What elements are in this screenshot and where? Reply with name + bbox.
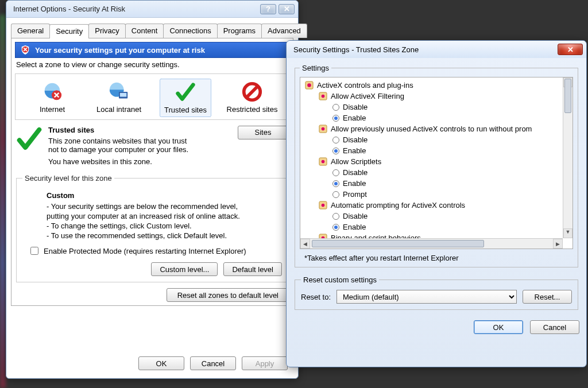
default-level-button[interactable]: Default level <box>223 262 282 276</box>
scroll-right-icon[interactable]: ▶ <box>553 239 563 249</box>
svg-rect-5 <box>120 93 126 97</box>
radio-g4-disable[interactable] <box>332 213 339 220</box>
security-level-legend: Security level for this zone <box>22 174 114 183</box>
radio-g3-prompt[interactable] <box>332 191 339 198</box>
zone-restricted-label: Restricted sites <box>226 105 278 114</box>
radio-g1-disable[interactable] <box>332 104 339 111</box>
security-settings-window: Security Settings - Trusted Sites Zone ✕… <box>286 40 587 367</box>
hscroll-thumb[interactable] <box>312 240 484 247</box>
zone-intranet[interactable]: Local intranet <box>93 79 145 117</box>
zone-trusted[interactable]: Trusted sites <box>160 79 211 117</box>
reset-button[interactable]: Reset... <box>523 290 572 304</box>
checkmark-icon <box>160 82 211 103</box>
prohibited-icon <box>226 81 278 103</box>
opt-enable: Enable <box>343 114 366 122</box>
ie-window-title: Internet Options - Security At Risk <box>13 5 258 13</box>
radio-g2-disable[interactable] <box>332 137 339 143</box>
ie-tabrow: General Security Privacy Content Connect… <box>11 24 293 38</box>
radio-g3-disable[interactable] <box>332 169 339 176</box>
sec-titlebar[interactable]: Security Settings - Trusted Sites Zone ✕ <box>287 41 586 58</box>
zone-restricted[interactable]: Restricted sites <box>226 79 278 117</box>
opt-disable: Disable <box>343 103 368 111</box>
reset-custom-group: Reset custom settings Reset to: Medium (… <box>295 276 578 310</box>
shield-alert-icon <box>20 45 30 55</box>
desktop-background <box>0 15 6 388</box>
zone-instruction: Select a zone to view or change security… <box>16 60 288 69</box>
zone-intranet-label: Local intranet <box>93 105 145 114</box>
svg-point-17 <box>322 204 325 207</box>
globe-pc-icon <box>93 81 145 103</box>
svg-point-9 <box>307 83 311 87</box>
tree-group-2: Allow previously unused ActiveX controls… <box>331 125 532 133</box>
opt-disable: Disable <box>343 135 368 144</box>
risk-banner-text: Your security settings put your computer… <box>35 46 205 55</box>
ok-button[interactable]: OK <box>474 320 523 334</box>
tab-content[interactable]: Content <box>125 24 164 38</box>
restart-note: *Takes effect after you restart Internet… <box>304 254 572 262</box>
protected-mode-label: Enable Protected Mode (requires restarti… <box>44 247 246 255</box>
protected-mode-checkbox[interactable] <box>30 247 38 255</box>
custom-heading: Custom <box>47 191 282 200</box>
reset-legend: Reset custom settings <box>301 276 379 284</box>
tree-group-4: Automatic prompting for ActiveX controls <box>331 201 465 209</box>
tree-group-1: Allow ActiveX Filtering <box>331 92 404 100</box>
radio-g4-enable[interactable] <box>332 224 339 231</box>
security-panel: Your security settings put your computer… <box>11 38 293 306</box>
settings-tree[interactable]: ActiveX controls and plug-ins Allow Acti… <box>300 77 573 249</box>
activex-category-icon <box>305 81 314 90</box>
close-icon[interactable]: ✕ <box>558 44 583 55</box>
help-icon[interactable]: ? <box>260 4 276 14</box>
activex-item-icon <box>319 201 327 209</box>
radio-g2-enable[interactable] <box>332 148 339 154</box>
apply-button[interactable]: Apply <box>242 356 288 370</box>
tree-category: ActiveX controls and plug-ins <box>317 81 413 90</box>
radio-g1-enable[interactable] <box>332 115 339 122</box>
security-level-group: Security level for this zone Custom - Yo… <box>16 174 288 282</box>
settings-legend: Settings <box>300 64 331 72</box>
reset-level-select[interactable]: Medium (default) <box>336 290 517 304</box>
risk-banner: Your security settings put your computer… <box>15 42 289 58</box>
radio-g3-enable[interactable] <box>332 180 339 187</box>
scroll-down-icon[interactable]: ▼ <box>563 228 572 238</box>
activex-item-icon <box>319 157 327 166</box>
globe-alert-icon <box>26 81 78 103</box>
sites-button[interactable]: Sites <box>238 126 288 139</box>
custom-line-3: - To use the recommended settings, click… <box>47 231 282 240</box>
zone-picker: Internet Local intranet Trusted sites <box>15 73 289 120</box>
checkmark-large-icon <box>16 126 42 166</box>
reset-to-label: Reset to: <box>301 293 331 301</box>
custom-line-2: - To change the settings, click Custom l… <box>47 221 282 231</box>
tab-security[interactable]: Security <box>49 24 89 38</box>
vscroll-thumb[interactable] <box>564 79 571 113</box>
reset-all-zones-button[interactable]: Reset all zones to default level <box>167 288 289 302</box>
close-icon[interactable]: ✕ <box>278 4 295 14</box>
internet-options-window: Internet Options - Security At Risk ? ✕ … <box>6 0 299 379</box>
opt-enable: Enable <box>343 179 366 188</box>
svg-point-11 <box>322 95 325 98</box>
svg-point-13 <box>322 127 325 131</box>
scroll-left-icon[interactable]: ◀ <box>300 239 310 249</box>
opt-disable: Disable <box>343 168 368 177</box>
tab-connections[interactable]: Connections <box>163 24 217 38</box>
opt-disable: Disable <box>343 212 368 220</box>
tree-group-3: Allow Scriptlets <box>331 157 381 166</box>
opt-prompt: Prompt <box>343 190 367 199</box>
cancel-button[interactable]: Cancel <box>190 356 236 370</box>
opt-enable: Enable <box>343 146 366 155</box>
custom-level-button[interactable]: Custom level... <box>151 262 218 276</box>
zone-internet[interactable]: Internet <box>26 79 78 117</box>
tab-advanced[interactable]: Advanced <box>261 24 307 38</box>
ie-titlebar[interactable]: Internet Options - Security At Risk ? ✕ <box>6 1 298 18</box>
tab-privacy[interactable]: Privacy <box>88 24 126 38</box>
vertical-scrollbar[interactable]: ▲ ▼ <box>563 77 572 238</box>
cancel-button[interactable]: Cancel <box>530 320 579 334</box>
sec-window-title: Security Settings - Trusted Sites Zone <box>293 45 558 54</box>
tab-general[interactable]: General <box>11 24 50 38</box>
tab-programs[interactable]: Programs <box>217 24 262 38</box>
ok-button[interactable]: OK <box>138 356 184 370</box>
trusted-desc-2: You have websites in this zone. <box>48 157 232 166</box>
zone-trusted-label: Trusted sites <box>160 106 211 114</box>
zone-internet-label: Internet <box>26 105 78 114</box>
activex-item-icon <box>319 92 327 100</box>
horizontal-scrollbar[interactable]: ◀ ▶ <box>300 238 563 249</box>
